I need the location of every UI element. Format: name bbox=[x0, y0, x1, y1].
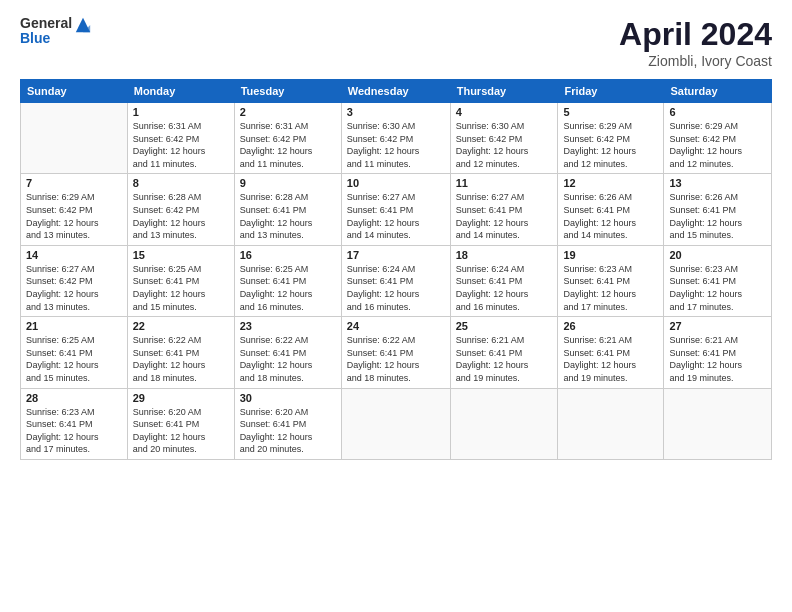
logo-icon bbox=[74, 16, 92, 34]
table-row: 13Sunrise: 6:26 AMSunset: 6:41 PMDayligh… bbox=[664, 174, 772, 245]
col-sunday: Sunday bbox=[21, 80, 128, 103]
day-number: 22 bbox=[133, 320, 229, 332]
day-number: 15 bbox=[133, 249, 229, 261]
day-number: 21 bbox=[26, 320, 122, 332]
day-number: 9 bbox=[240, 177, 336, 189]
day-info: Sunrise: 6:22 AMSunset: 6:41 PMDaylight:… bbox=[133, 335, 206, 383]
day-info: Sunrise: 6:22 AMSunset: 6:41 PMDaylight:… bbox=[347, 335, 420, 383]
day-info: Sunrise: 6:27 AMSunset: 6:41 PMDaylight:… bbox=[456, 192, 529, 240]
day-info: Sunrise: 6:24 AMSunset: 6:41 PMDaylight:… bbox=[456, 264, 529, 312]
day-info: Sunrise: 6:26 AMSunset: 6:41 PMDaylight:… bbox=[563, 192, 636, 240]
table-row: 12Sunrise: 6:26 AMSunset: 6:41 PMDayligh… bbox=[558, 174, 664, 245]
page: General Blue April 2024 Ziombli, Ivory C… bbox=[0, 0, 792, 612]
col-wednesday: Wednesday bbox=[341, 80, 450, 103]
table-row: 23Sunrise: 6:22 AMSunset: 6:41 PMDayligh… bbox=[234, 317, 341, 388]
col-saturday: Saturday bbox=[664, 80, 772, 103]
day-info: Sunrise: 6:25 AMSunset: 6:41 PMDaylight:… bbox=[133, 264, 206, 312]
day-number: 8 bbox=[133, 177, 229, 189]
table-row: 14Sunrise: 6:27 AMSunset: 6:42 PMDayligh… bbox=[21, 245, 128, 316]
day-number: 4 bbox=[456, 106, 553, 118]
day-number: 1 bbox=[133, 106, 229, 118]
day-info: Sunrise: 6:21 AMSunset: 6:41 PMDaylight:… bbox=[563, 335, 636, 383]
day-info: Sunrise: 6:27 AMSunset: 6:41 PMDaylight:… bbox=[347, 192, 420, 240]
day-info: Sunrise: 6:21 AMSunset: 6:41 PMDaylight:… bbox=[669, 335, 742, 383]
table-row: 30Sunrise: 6:20 AMSunset: 6:41 PMDayligh… bbox=[234, 388, 341, 459]
day-info: Sunrise: 6:26 AMSunset: 6:41 PMDaylight:… bbox=[669, 192, 742, 240]
table-row: 26Sunrise: 6:21 AMSunset: 6:41 PMDayligh… bbox=[558, 317, 664, 388]
day-info: Sunrise: 6:25 AMSunset: 6:41 PMDaylight:… bbox=[240, 264, 313, 312]
day-number: 13 bbox=[669, 177, 766, 189]
day-info: Sunrise: 6:20 AMSunset: 6:41 PMDaylight:… bbox=[240, 407, 313, 455]
day-info: Sunrise: 6:22 AMSunset: 6:41 PMDaylight:… bbox=[240, 335, 313, 383]
day-info: Sunrise: 6:29 AMSunset: 6:42 PMDaylight:… bbox=[669, 121, 742, 169]
table-row: 7Sunrise: 6:29 AMSunset: 6:42 PMDaylight… bbox=[21, 174, 128, 245]
table-row: 20Sunrise: 6:23 AMSunset: 6:41 PMDayligh… bbox=[664, 245, 772, 316]
day-info: Sunrise: 6:29 AMSunset: 6:42 PMDaylight:… bbox=[26, 192, 99, 240]
day-number: 7 bbox=[26, 177, 122, 189]
table-row: 21Sunrise: 6:25 AMSunset: 6:41 PMDayligh… bbox=[21, 317, 128, 388]
day-info: Sunrise: 6:31 AMSunset: 6:42 PMDaylight:… bbox=[240, 121, 313, 169]
logo-blue: Blue bbox=[20, 31, 72, 46]
table-row: 16Sunrise: 6:25 AMSunset: 6:41 PMDayligh… bbox=[234, 245, 341, 316]
day-number: 17 bbox=[347, 249, 445, 261]
table-row: 6Sunrise: 6:29 AMSunset: 6:42 PMDaylight… bbox=[664, 103, 772, 174]
table-row: 25Sunrise: 6:21 AMSunset: 6:41 PMDayligh… bbox=[450, 317, 558, 388]
location: Ziombli, Ivory Coast bbox=[619, 53, 772, 69]
calendar-header-row: Sunday Monday Tuesday Wednesday Thursday… bbox=[21, 80, 772, 103]
logo-general: General bbox=[20, 16, 72, 31]
table-row: 1Sunrise: 6:31 AMSunset: 6:42 PMDaylight… bbox=[127, 103, 234, 174]
day-info: Sunrise: 6:23 AMSunset: 6:41 PMDaylight:… bbox=[669, 264, 742, 312]
day-info: Sunrise: 6:30 AMSunset: 6:42 PMDaylight:… bbox=[456, 121, 529, 169]
table-row: 28Sunrise: 6:23 AMSunset: 6:41 PMDayligh… bbox=[21, 388, 128, 459]
day-number: 25 bbox=[456, 320, 553, 332]
col-thursday: Thursday bbox=[450, 80, 558, 103]
calendar-week-row: 14Sunrise: 6:27 AMSunset: 6:42 PMDayligh… bbox=[21, 245, 772, 316]
table-row bbox=[558, 388, 664, 459]
table-row bbox=[21, 103, 128, 174]
col-monday: Monday bbox=[127, 80, 234, 103]
day-info: Sunrise: 6:28 AMSunset: 6:42 PMDaylight:… bbox=[133, 192, 206, 240]
day-info: Sunrise: 6:20 AMSunset: 6:41 PMDaylight:… bbox=[133, 407, 206, 455]
table-row: 5Sunrise: 6:29 AMSunset: 6:42 PMDaylight… bbox=[558, 103, 664, 174]
table-row: 17Sunrise: 6:24 AMSunset: 6:41 PMDayligh… bbox=[341, 245, 450, 316]
table-row: 8Sunrise: 6:28 AMSunset: 6:42 PMDaylight… bbox=[127, 174, 234, 245]
table-row: 22Sunrise: 6:22 AMSunset: 6:41 PMDayligh… bbox=[127, 317, 234, 388]
day-number: 6 bbox=[669, 106, 766, 118]
day-info: Sunrise: 6:28 AMSunset: 6:41 PMDaylight:… bbox=[240, 192, 313, 240]
table-row bbox=[341, 388, 450, 459]
day-number: 2 bbox=[240, 106, 336, 118]
day-info: Sunrise: 6:23 AMSunset: 6:41 PMDaylight:… bbox=[563, 264, 636, 312]
table-row: 27Sunrise: 6:21 AMSunset: 6:41 PMDayligh… bbox=[664, 317, 772, 388]
day-info: Sunrise: 6:21 AMSunset: 6:41 PMDaylight:… bbox=[456, 335, 529, 383]
month-title: April 2024 bbox=[619, 16, 772, 53]
table-row bbox=[450, 388, 558, 459]
table-row: 15Sunrise: 6:25 AMSunset: 6:41 PMDayligh… bbox=[127, 245, 234, 316]
table-row: 24Sunrise: 6:22 AMSunset: 6:41 PMDayligh… bbox=[341, 317, 450, 388]
logo: General Blue bbox=[20, 16, 92, 47]
day-number: 11 bbox=[456, 177, 553, 189]
calendar-week-row: 7Sunrise: 6:29 AMSunset: 6:42 PMDaylight… bbox=[21, 174, 772, 245]
day-number: 12 bbox=[563, 177, 658, 189]
calendar-table: Sunday Monday Tuesday Wednesday Thursday… bbox=[20, 79, 772, 460]
table-row: 4Sunrise: 6:30 AMSunset: 6:42 PMDaylight… bbox=[450, 103, 558, 174]
table-row: 9Sunrise: 6:28 AMSunset: 6:41 PMDaylight… bbox=[234, 174, 341, 245]
day-info: Sunrise: 6:30 AMSunset: 6:42 PMDaylight:… bbox=[347, 121, 420, 169]
table-row: 29Sunrise: 6:20 AMSunset: 6:41 PMDayligh… bbox=[127, 388, 234, 459]
logo-text: General Blue bbox=[20, 16, 72, 47]
col-friday: Friday bbox=[558, 80, 664, 103]
table-row bbox=[664, 388, 772, 459]
table-row: 19Sunrise: 6:23 AMSunset: 6:41 PMDayligh… bbox=[558, 245, 664, 316]
table-row: 18Sunrise: 6:24 AMSunset: 6:41 PMDayligh… bbox=[450, 245, 558, 316]
day-number: 27 bbox=[669, 320, 766, 332]
day-info: Sunrise: 6:24 AMSunset: 6:41 PMDaylight:… bbox=[347, 264, 420, 312]
header: General Blue April 2024 Ziombli, Ivory C… bbox=[20, 16, 772, 69]
day-number: 3 bbox=[347, 106, 445, 118]
day-number: 5 bbox=[563, 106, 658, 118]
day-number: 23 bbox=[240, 320, 336, 332]
table-row: 2Sunrise: 6:31 AMSunset: 6:42 PMDaylight… bbox=[234, 103, 341, 174]
col-tuesday: Tuesday bbox=[234, 80, 341, 103]
title-block: April 2024 Ziombli, Ivory Coast bbox=[619, 16, 772, 69]
day-number: 18 bbox=[456, 249, 553, 261]
day-number: 28 bbox=[26, 392, 122, 404]
day-number: 14 bbox=[26, 249, 122, 261]
